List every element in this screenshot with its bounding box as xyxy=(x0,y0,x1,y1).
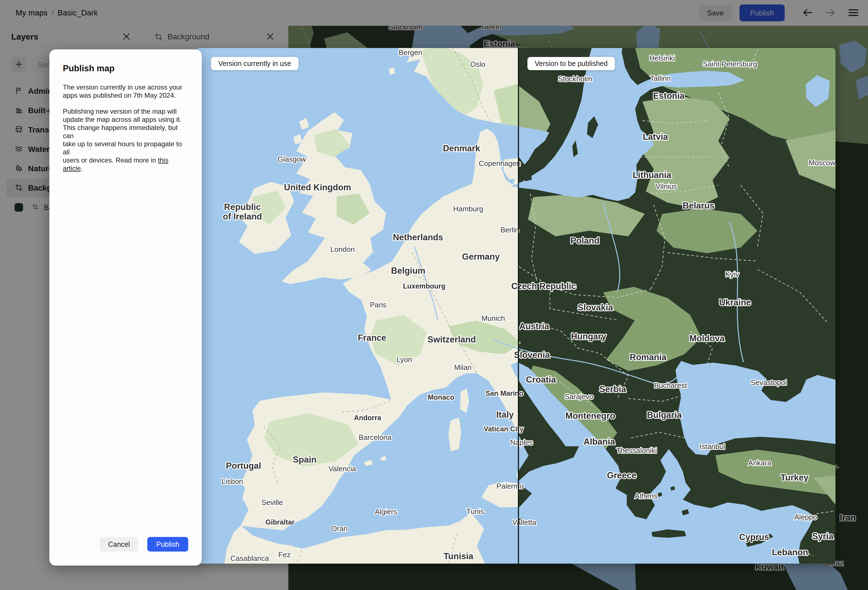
publish-map-modal: Publish map The version currently in use… xyxy=(49,49,202,566)
cancel-button[interactable]: Cancel xyxy=(100,537,138,552)
map-style-editor: HelsinkiSaint PetersburgStockholmTallinn… xyxy=(0,0,868,590)
modal-paragraph-1: The version currently in use across your… xyxy=(63,83,188,99)
version-compare-view: BergenOsloGlasgowUnited KingdomRepublico… xyxy=(196,48,836,563)
modal-paragraph-3-suffix: . xyxy=(81,164,83,172)
modal-paragraph-3-prefix: users or devices. Read more in xyxy=(63,156,158,164)
modal-paragraph-3: users or devices. Read more in this arti… xyxy=(63,156,188,172)
current-version-badge: Version currently in use xyxy=(211,57,298,70)
publish-confirm-button[interactable]: Publish xyxy=(147,537,188,552)
compare-divider-handle[interactable] xyxy=(518,48,519,563)
modal-paragraph-2: Publishing new version of the map will u… xyxy=(63,107,188,156)
map-current-version[interactable] xyxy=(196,48,518,563)
map-new-version[interactable] xyxy=(518,48,836,563)
new-version-badge: Version to be published xyxy=(527,57,615,70)
modal-title: Publish map xyxy=(63,64,188,74)
